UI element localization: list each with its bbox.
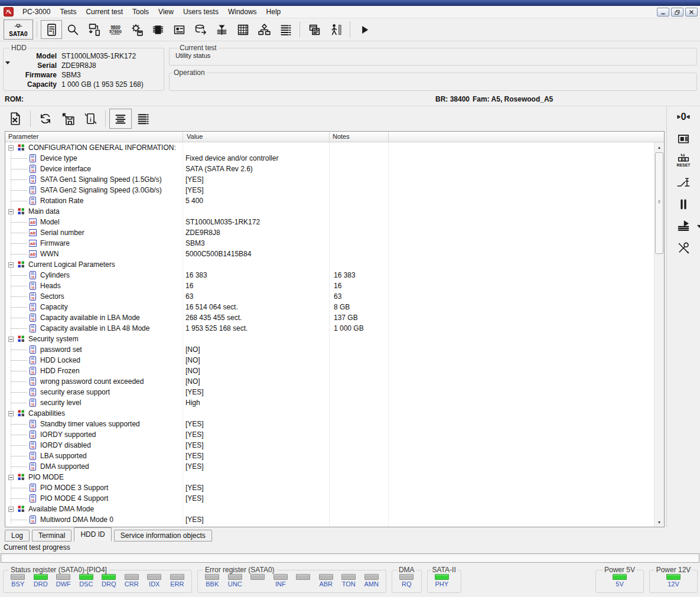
dropdown-arrow-icon[interactable] <box>697 225 700 228</box>
collapse-toggle[interactable] <box>8 411 14 416</box>
scroll-info-icon[interactable]: i <box>79 109 102 129</box>
reset-icon[interactable]: 000RESET <box>673 151 694 170</box>
menu-windows[interactable]: Windows <box>223 6 262 17</box>
report-info-icon[interactable]: i <box>41 20 62 39</box>
pause-icon[interactable] <box>673 195 694 214</box>
refresh-doc-icon[interactable] <box>34 109 57 129</box>
close-doc-icon[interactable] <box>4 109 27 129</box>
tree-leaf-row[interactable]: 0110password set[NO] <box>5 344 654 355</box>
tree-group-row[interactable]: Available DMA Mode <box>5 504 654 514</box>
tree-leaf-row[interactable]: 0110Device interfaceSATA (SATA Rev 2.6) <box>5 164 654 174</box>
menu-users-tests[interactable]: Users tests <box>178 6 223 17</box>
window-titlebar[interactable] <box>0 0 700 6</box>
collapse-toggle[interactable] <box>8 262 14 267</box>
tree-group-row[interactable]: CONFIGURATION GENERAL INFORMATION: <box>5 142 654 153</box>
tree-leaf-row[interactable]: 0110Capacity16 514 064 sect.8 GB <box>5 302 654 312</box>
grid-table-icon[interactable] <box>232 20 253 39</box>
relay-icon[interactable] <box>673 173 694 192</box>
scroll-up-button[interactable]: ▲ <box>655 142 664 152</box>
menu-view[interactable]: View <box>154 6 178 17</box>
close-button[interactable] <box>685 8 698 17</box>
merge-tables-icon[interactable] <box>211 20 232 39</box>
tree-group-row[interactable]: Capabilities <box>5 408 654 419</box>
tree-leaf-row[interactable]: 0110Standby timer values supported[YES] <box>5 419 654 429</box>
settings-save-icon[interactable] <box>126 20 147 39</box>
restore-button[interactable] <box>671 8 683 17</box>
tree-leaf-row[interactable]: 0110HDD Frozen[NO] <box>5 366 654 376</box>
menu-tests[interactable]: Tests <box>55 6 81 17</box>
menu-pc-3000[interactable]: PC-3000 <box>18 6 55 17</box>
collapse-toggle[interactable] <box>8 145 14 151</box>
tools-icon[interactable] <box>673 239 694 257</box>
baud-rate-icon[interactable]: 960057600 <box>105 20 126 39</box>
tab-terminal[interactable]: Terminal <box>32 530 71 541</box>
tree-scrollbar[interactable]: ▲ ▼ <box>654 142 664 527</box>
collapse-toggle[interactable] <box>8 209 14 214</box>
tree-leaf-row[interactable]: 0110Cylinders16 38316 383 <box>5 270 654 280</box>
run-arrow-icon[interactable] <box>354 20 375 39</box>
tree-leaf-row[interactable]: 0110PIO MODE 4 Support[YES] <box>5 493 654 504</box>
tree-param-value: [NO] <box>183 355 329 366</box>
tree-leaf-row[interactable]: 0110Capacity available in LBA Mode268 43… <box>5 312 654 323</box>
collapse-toggle[interactable] <box>8 475 14 480</box>
tree-leaf-row[interactable]: 0110SATA Gen1 Signaling Speed (1.5Gb/s)[… <box>5 174 654 185</box>
hdd-select-dropdown-icon[interactable] <box>5 61 10 64</box>
tab-service-information-objects[interactable]: Service information objects <box>114 530 212 541</box>
search-icon[interactable] <box>62 20 83 39</box>
windows-cascade-icon[interactable] <box>304 20 325 39</box>
tree-leaf-row[interactable]: 0110security erase support[YES] <box>5 387 654 397</box>
db-export-icon[interactable] <box>190 20 211 39</box>
script-list-icon[interactable] <box>275 20 296 39</box>
chip-icon[interactable] <box>147 20 168 39</box>
start-utility-icon[interactable] <box>673 217 694 236</box>
collapse-toggle[interactable] <box>8 507 14 512</box>
flowchart-icon[interactable] <box>253 20 275 39</box>
tree-leaf-row[interactable]: abModelST1000LM035-1RK172 <box>5 217 654 227</box>
scroll-down-button[interactable]: ▼ <box>655 517 664 527</box>
menu-help[interactable]: Help <box>262 6 286 17</box>
tree-leaf-row[interactable]: 0110Device typeFixed device and/or contr… <box>5 153 654 164</box>
tree-leaf-row[interactable]: 0110IORDY disabled[YES] <box>5 440 654 451</box>
tree-leaf-row[interactable]: 0110PIO MODE 3 Support[YES] <box>5 482 654 493</box>
view-details-icon[interactable] <box>132 109 154 129</box>
minimize-button[interactable] <box>657 8 669 17</box>
tree-leaf-row[interactable]: abWWN5000C500B1415B84 <box>5 249 654 259</box>
tree-group-row[interactable]: PIO MODE <box>5 472 654 482</box>
tree-leaf-row[interactable]: 0110wrong password count exceeded[NO] <box>5 376 654 387</box>
view-brief-icon[interactable] <box>109 109 132 129</box>
tree-leaf-row[interactable]: 0110LBA supported[YES] <box>5 451 654 461</box>
tree-leaf-row[interactable]: 0110Sectors6363 <box>5 291 654 302</box>
tree-leaf-row[interactable]: 0110Rotation Rate5 400 <box>5 195 654 206</box>
led-drq: DRQ <box>97 574 121 588</box>
tree-group-row[interactable]: Main data <box>5 206 654 217</box>
tree-leaf-row[interactable]: 0110Heads1616 <box>5 280 654 291</box>
tab-hdd-id[interactable]: HDD ID <box>74 527 111 541</box>
user-exit-icon[interactable] <box>325 20 346 39</box>
tree-group-row[interactable]: Current Logical Parameters <box>5 259 654 270</box>
tree-column-parameter[interactable]: Parameter <box>5 132 183 142</box>
tree-leaf-row[interactable]: 0110DMA supported[YES] <box>5 461 654 472</box>
card-reader-icon[interactable] <box>83 20 105 39</box>
category-icon <box>18 505 25 513</box>
save-doc-icon[interactable] <box>57 109 79 129</box>
scrollbar-thumb[interactable] <box>655 152 663 254</box>
card-info-icon[interactable] <box>168 20 190 39</box>
tree-leaf-row[interactable]: 0110Capacity available in LBA 48 Mode1 9… <box>5 323 654 334</box>
tree-group-row[interactable]: Security system <box>5 334 654 344</box>
menu-current-test[interactable]: Current test <box>81 6 128 17</box>
tree-leaf-row[interactable]: 0110SATA Gen2 Signaling Speed (3.0Gb/s)[… <box>5 185 654 195</box>
tree-column-value[interactable]: Value <box>183 132 329 142</box>
tree-leaf-row[interactable]: 0110Multiword DMA Mode 0[YES] <box>5 514 654 525</box>
tab-log[interactable]: Log <box>5 530 30 541</box>
tree-leaf-row[interactable]: 0110HDD Locked[NO] <box>5 355 654 366</box>
menu-tools[interactable]: Tools <box>128 6 154 17</box>
tree-column-notes[interactable]: Notes <box>329 132 388 142</box>
tree-leaf-row[interactable]: abSerial numberZDE9R8J8 <box>5 227 654 238</box>
collapse-toggle[interactable] <box>8 337 14 342</box>
tree-leaf-row[interactable]: abFirmwareSBM3 <box>5 238 654 249</box>
head-zero-icon[interactable]: 0 <box>673 107 694 126</box>
sata-port-button[interactable]: SATA0 <box>4 19 33 40</box>
tree-leaf-row[interactable]: 0110IORDY supported[YES] <box>5 429 654 440</box>
tree-leaf-row[interactable]: 0110security levelHigh <box>5 397 654 408</box>
chip-card-icon[interactable] <box>673 129 694 148</box>
